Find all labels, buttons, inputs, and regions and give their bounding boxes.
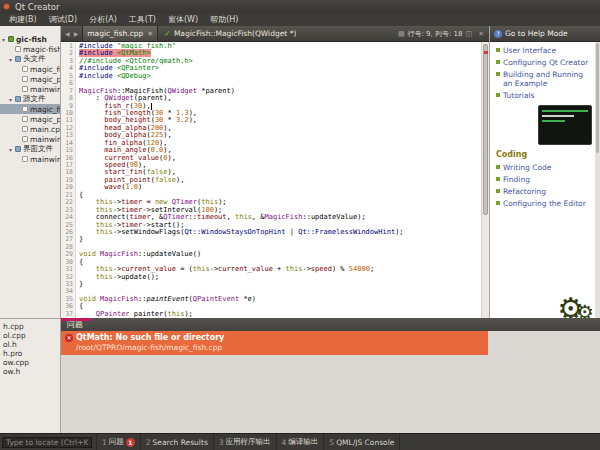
- menu-item-0[interactable]: 构建(B): [3, 13, 43, 26]
- file-icon: [22, 76, 28, 82]
- pane-label: QML/JS Console: [336, 438, 394, 447]
- code-token: ),: [189, 116, 197, 124]
- tree-item[interactable]: ▾gic-fish: [0, 34, 60, 44]
- code-token: );: [395, 228, 403, 236]
- file-icon: [22, 126, 28, 132]
- error-icon: ✕: [65, 334, 73, 342]
- tab-close-icon[interactable]: ✕: [147, 30, 153, 38]
- code-token: ->: [210, 265, 218, 273]
- pane-label: 应用程序输出: [226, 437, 271, 447]
- open-document-item[interactable]: ow.cpp: [0, 358, 60, 367]
- bullet-icon: [496, 72, 500, 76]
- open-document-item[interactable]: h.cpp: [0, 322, 60, 331]
- open-document-item[interactable]: ol.cpp: [0, 331, 60, 340]
- code-line[interactable]: 20 wave(1.0): [61, 184, 481, 191]
- code-line-content: #include <QDebug>: [79, 73, 151, 80]
- code-line[interactable]: 37 QPainter painter(this);: [61, 311, 481, 318]
- code-line[interactable]: 33}: [61, 281, 481, 288]
- tree-item-label: 头文件: [23, 54, 46, 64]
- code-token: 3.2: [176, 116, 189, 124]
- code-line[interactable]: 29void MagicFish::updateValue(): [61, 251, 481, 258]
- open-document-item[interactable]: h.pro: [0, 349, 60, 358]
- split-editor-icon[interactable]: ◫: [466, 30, 473, 38]
- open-document-item[interactable]: ol.h: [0, 340, 60, 349]
- help-thumbnail-image[interactable]: [538, 105, 592, 145]
- help-coding-link-2[interactable]: Refactoring: [503, 187, 546, 196]
- close-editor-icon[interactable]: ✕: [478, 30, 484, 38]
- gears-icon: ⚙⚙: [557, 294, 594, 318]
- back-icon[interactable]: ◀: [63, 30, 72, 37]
- code-line-content: void MagicFish::paintEvent(QPaintEvent *…: [79, 296, 256, 303]
- pane-number: 5: [329, 438, 334, 447]
- code-line-content: wave(1.0): [79, 184, 142, 191]
- locator-input[interactable]: [2, 437, 92, 448]
- issue-entry[interactable]: ✕ QtMath: No such file or directory /roo…: [61, 331, 488, 355]
- code-token: this: [286, 265, 303, 273]
- help-top-link-3[interactable]: Tutorials: [503, 91, 534, 100]
- tree-item-label: main.cpp: [30, 125, 60, 134]
- code-line[interactable]: 27}: [61, 236, 481, 243]
- help-header[interactable]: ? Go to Help Mode: [490, 26, 600, 42]
- output-pane-1[interactable]: 1问题1: [96, 434, 140, 450]
- editor-scrollbar[interactable]: [481, 42, 489, 318]
- tree-item[interactable]: ▾头文件: [0, 54, 60, 64]
- tree-item[interactable]: magic_fish.cpp: [0, 104, 60, 114]
- tree-item[interactable]: mainwindow.cpp: [0, 134, 60, 144]
- output-pane-2[interactable]: 2Search Results: [140, 434, 213, 450]
- close-button[interactable]: [3, 3, 10, 10]
- bullet-icon: [496, 93, 500, 97]
- tree-item[interactable]: magic_pool.cpp: [0, 114, 60, 124]
- help-coding-link-0[interactable]: Writing Code: [503, 163, 551, 172]
- editor-tab-magic-fish-cpp[interactable]: magic_fish.cpp ✕: [82, 26, 158, 42]
- bullet-icon: [496, 165, 500, 169]
- menu-item-3[interactable]: 工具(T): [123, 13, 162, 26]
- menu-item-4[interactable]: 窗体(W): [162, 13, 204, 26]
- help-scrollbar-thumb[interactable]: [596, 43, 599, 153]
- menu-item-5[interactable]: 帮助(H): [204, 13, 244, 26]
- tree-item[interactable]: magic_fish.h: [0, 64, 60, 74]
- status-bar: 1问题12Search Results3应用程序输出4编译输出5QML/JS C…: [0, 433, 600, 450]
- code-line[interactable]: 26 this->setWindowFlags(Qt::WindowStaysO…: [61, 229, 481, 236]
- code-line[interactable]: 32 this->update();: [61, 274, 481, 281]
- tree-item[interactable]: main.cpp: [0, 124, 60, 134]
- project-tree: ▾gic-fishmagic-fish.pro▾头文件magic_fish.hm…: [0, 26, 60, 164]
- code-token: ->setWindowFlags(: [113, 228, 185, 236]
- bullet-icon: [496, 177, 500, 181]
- tree-item[interactable]: mainwindow.h: [0, 84, 60, 94]
- output-pane-4[interactable]: 4编译输出: [276, 434, 324, 450]
- tree-item[interactable]: ▾源文件: [0, 94, 60, 104]
- tree-item[interactable]: ▾界面文件: [0, 144, 60, 154]
- tree-item-label: mainwindow.cpp: [30, 135, 60, 144]
- output-pane-3[interactable]: 3应用程序输出: [213, 434, 276, 450]
- help-top-link-2[interactable]: Building and Running an Example: [503, 70, 592, 88]
- outline-icon[interactable]: ▤: [398, 30, 405, 38]
- menu-item-1[interactable]: 调试(D): [43, 13, 83, 26]
- tree-item[interactable]: magic_pool.h: [0, 74, 60, 84]
- help-top-link-0[interactable]: User Interface: [503, 46, 556, 55]
- output-pane-5[interactable]: 5QML/JS Console: [323, 434, 400, 450]
- file-icon: [22, 86, 28, 92]
- forward-icon[interactable]: ▶: [72, 30, 81, 37]
- code-line[interactable]: 5#include <QDebug>: [61, 73, 481, 80]
- scrollbar-thumb[interactable]: [483, 44, 488, 215]
- editor-toolbar: ◀ ▶ magic_fish.cpp ✕ ✓ MagicFish::MagicF…: [61, 26, 489, 42]
- panel-accent: [61, 318, 91, 321]
- tree-item[interactable]: mainwindow.ui: [0, 154, 60, 164]
- open-document-item[interactable]: ow.h: [0, 367, 60, 376]
- help-coding-link-3[interactable]: Configuring the Editor: [503, 199, 586, 208]
- help-header-label: Go to Help Mode: [505, 29, 568, 38]
- code-line-content: void MagicFish::updateValue(): [79, 251, 201, 258]
- file-icon: [22, 156, 28, 162]
- help-scrollbar[interactable]: [595, 42, 600, 318]
- tree-item[interactable]: magic-fish.pro: [0, 44, 60, 54]
- symbol-dropdown[interactable]: MagicFish::MagicFish(QWidget *): [174, 29, 296, 38]
- code-area[interactable]: 1#include "magic_fish.h"2#include <QtMat…: [61, 42, 489, 318]
- menu-item-2[interactable]: 分析(A): [83, 13, 123, 26]
- help-top-link-1[interactable]: Configuring Qt Creator: [503, 58, 588, 67]
- help-coding-link-1[interactable]: Finding: [503, 175, 530, 184]
- code-token: , &: [252, 213, 265, 221]
- qt-creator-window: Qt Creator 构建(B)调试(D)分析(A)工具(T)窗体(W)帮助(H…: [0, 0, 600, 450]
- tree-item-label: gic-fish: [16, 35, 47, 44]
- code-line[interactable]: 35void MagicFish::paintEvent(QPaintEvent…: [61, 296, 481, 303]
- code-token: QPaintEvent: [193, 295, 239, 303]
